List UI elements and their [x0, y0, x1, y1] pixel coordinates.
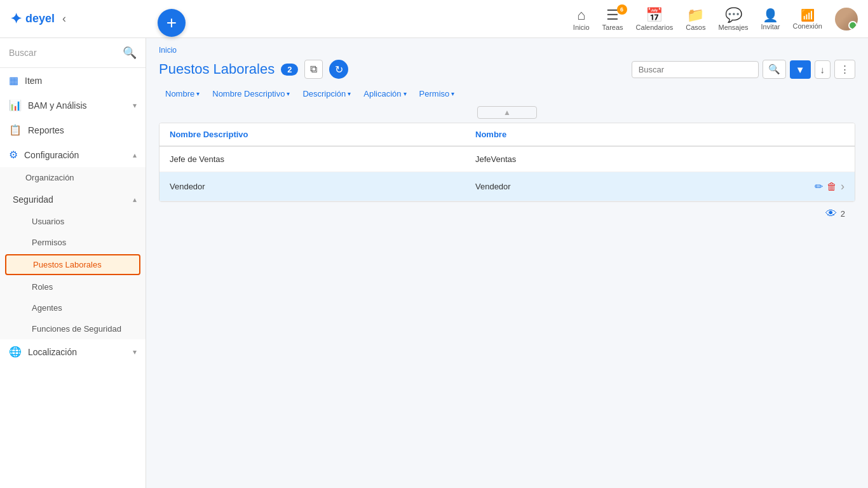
- avatar[interactable]: [835, 8, 858, 30]
- logo-text: deyel: [25, 12, 55, 25]
- nav-label-tareas: Tareas: [602, 24, 623, 31]
- nav-label-casos: Casos: [686, 24, 705, 31]
- filter-descripcion-chevron: ▾: [348, 90, 351, 97]
- nav-item-mensajes[interactable]: 💬 Mensajes: [718, 7, 748, 31]
- filter-nombre-label: Nombre: [165, 89, 194, 98]
- refresh-button[interactable]: ↻: [329, 60, 348, 79]
- bam-icon: 📊: [9, 99, 22, 111]
- main-content: Inicio Puestos Laborales 2 ⧉ ↻ 🔍 ▼ ↓ ⋮: [146, 38, 868, 488]
- permisos-label: Permisos: [32, 238, 66, 247]
- nav-label-inicio: Inicio: [573, 24, 590, 31]
- nav-item-invitar[interactable]: 👤 Invitar: [761, 8, 780, 30]
- sidebar-sub-item-agentes[interactable]: Agentes: [0, 297, 146, 318]
- cell-nombre-descriptivo-2: Vendedor: [170, 182, 475, 191]
- footer-count: 2: [841, 209, 845, 219]
- top-navigation: ✦ deyel ‹ ⌂ Inicio ☰ 6 Tareas 📅 Calendar…: [0, 0, 868, 38]
- sidebar-sub-item-puestos-laborales[interactable]: Puestos Laborales: [5, 254, 140, 275]
- nav-item-conexion[interactable]: 📶 Conexión: [793, 8, 822, 30]
- breadcrumb: Inicio: [159, 46, 855, 55]
- filter-permiso-chevron: ▾: [451, 90, 454, 97]
- filter-nombre-descriptivo[interactable]: Nombre Descriptivo ▾: [206, 86, 296, 101]
- sidebar-item-item[interactable]: ▦ Item: [0, 68, 146, 93]
- nav-label-invitar: Invitar: [761, 23, 780, 30]
- sidebar-item-bam[interactable]: 📊 BAM y Análisis ▾: [0, 93, 146, 118]
- avatar-image: [835, 8, 858, 30]
- filter-button[interactable]: ▼: [790, 60, 811, 79]
- sidebar-item-bam-label: BAM y Análisis: [28, 100, 126, 111]
- filter-permiso[interactable]: Permiso ▾: [413, 86, 461, 101]
- table-row[interactable]: Jefe de Ventas JefeVentas: [159, 147, 855, 172]
- main-layout: 🔍 ▦ Item 📊 BAM y Análisis ▾ 📋 Reportes ⚙…: [0, 38, 868, 488]
- calendar-icon: 📅: [646, 7, 663, 24]
- filter-nombre[interactable]: Nombre ▾: [159, 86, 206, 101]
- home-icon: ⌂: [577, 7, 585, 24]
- copy-button[interactable]: ⧉: [304, 60, 323, 79]
- sidebar-item-localizacion-label: Localización: [28, 347, 126, 357]
- roles-label: Roles: [32, 282, 53, 292]
- agentes-label: Agentes: [32, 303, 62, 313]
- tareas-badge: 6: [617, 4, 627, 15]
- table-row[interactable]: Vendedor Vendedor ✏ 🗑 ›: [159, 172, 855, 201]
- sidebar-sub-item-funciones-seguridad[interactable]: Funciones de Seguridad: [0, 318, 146, 339]
- sidebar-sub-configuracion: Organización Seguridad ▴ Usuarios Permis…: [0, 167, 146, 339]
- filter-descripcion[interactable]: Descripción ▾: [296, 86, 357, 101]
- puestos-laborales-label: Puestos Laborales: [33, 260, 102, 269]
- sidebar-sub-item-permisos[interactable]: Permisos: [0, 232, 146, 253]
- cell-nombre-2: Vendedor: [475, 182, 781, 191]
- download-button[interactable]: ↓: [815, 60, 831, 79]
- toolbar-right: 🔍 ▼ ↓ ⋮: [632, 60, 855, 79]
- sidebar-sub-item-roles[interactable]: Roles: [0, 276, 146, 297]
- nav-item-calendarios[interactable]: 📅 Calendarios: [636, 7, 674, 31]
- column-header-nombre: Nombre: [475, 130, 781, 139]
- delete-button-2[interactable]: 🗑: [827, 181, 837, 193]
- casos-icon: 📁: [687, 7, 704, 24]
- filter-collapse-button[interactable]: ▲: [477, 106, 537, 119]
- connection-icon: 📶: [801, 8, 815, 22]
- localizacion-icon: 🌐: [9, 346, 22, 358]
- sidebar-sub-item-seguridad[interactable]: Seguridad ▴: [0, 188, 146, 211]
- sidebar-item-configuracion[interactable]: ⚙ Configuración ▴: [0, 142, 146, 167]
- nav-item-inicio[interactable]: ⌂ Inicio: [573, 7, 590, 31]
- table-footer: 👁 2: [159, 202, 855, 226]
- sidebar-item-reportes[interactable]: 📋 Reportes: [0, 118, 146, 142]
- data-table: Nombre Descriptivo Nombre Jefe de Ventas…: [159, 123, 855, 202]
- eye-icon: 👁: [825, 207, 837, 220]
- edit-button-2[interactable]: ✏: [815, 180, 823, 193]
- nav-label-conexion: Conexión: [793, 22, 822, 30]
- seguridad-label: Seguridad: [13, 194, 126, 205]
- breadcrumb-inicio[interactable]: Inicio: [159, 46, 177, 55]
- view-button-2[interactable]: ›: [841, 180, 844, 193]
- bam-chevron-icon: ▾: [133, 101, 137, 110]
- main-search-button[interactable]: 🔍: [763, 60, 786, 79]
- usuarios-label: Usuarios: [32, 217, 64, 226]
- seguridad-chevron-icon: ▴: [133, 195, 137, 204]
- page-header-row: Puestos Laborales 2 ⧉ ↻ 🔍 ▼ ↓ ⋮: [159, 60, 855, 79]
- sidebar-search-input[interactable]: [9, 48, 118, 58]
- filter-aplicacion-label: Aplicación: [363, 89, 401, 98]
- configuracion-icon: ⚙: [9, 149, 18, 161]
- sidebar-sub-item-organizacion[interactable]: Organización: [0, 167, 146, 188]
- top-nav-right: ⌂ Inicio ☰ 6 Tareas 📅 Calendarios 📁 Caso…: [573, 7, 858, 31]
- logo[interactable]: ✦ deyel: [10, 11, 55, 27]
- main-search-input[interactable]: [632, 61, 759, 78]
- sidebar-seguridad-children: Usuarios Permisos Puestos Laborales Role…: [0, 211, 146, 339]
- filter-aplicacion-chevron: ▾: [403, 90, 407, 97]
- sidebar-item-localizacion[interactable]: 🌐 Localización ▾: [0, 339, 146, 364]
- nav-label-mensajes: Mensajes: [718, 24, 748, 31]
- more-options-button[interactable]: ⋮: [834, 60, 855, 79]
- sidebar-collapse-button[interactable]: ‹: [62, 12, 66, 25]
- sidebar-item-reportes-label: Reportes: [28, 125, 137, 135]
- cell-nombre-1: JefeVentas: [475, 154, 781, 164]
- column-header-nombre-descriptivo: Nombre Descriptivo: [170, 130, 475, 139]
- sidebar-search-button[interactable]: 🔍: [123, 46, 137, 60]
- add-button[interactable]: +: [158, 9, 186, 37]
- top-nav-left: ✦ deyel ‹: [10, 11, 66, 27]
- sidebar-sub-item-usuarios[interactable]: Usuarios: [0, 211, 146, 232]
- filter-nombre-chevron: ▾: [196, 90, 200, 97]
- sidebar-item-item-label: Item: [25, 76, 137, 86]
- filter-bar: Nombre ▾ Nombre Descriptivo ▾ Descripció…: [159, 86, 855, 101]
- filter-aplicacion[interactable]: Aplicación ▾: [357, 86, 412, 101]
- nav-item-casos[interactable]: 📁 Casos: [686, 7, 705, 31]
- filter-collapse-area: ▲: [159, 106, 855, 119]
- nav-item-tareas[interactable]: ☰ 6 Tareas: [602, 7, 623, 31]
